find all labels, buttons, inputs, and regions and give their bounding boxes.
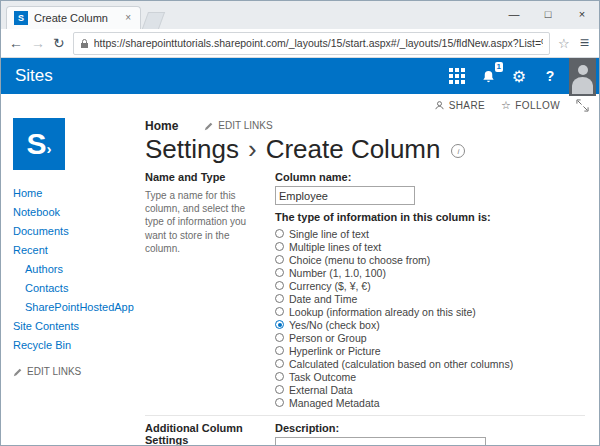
logo-letter: S	[26, 129, 46, 159]
description-textarea[interactable]	[275, 437, 486, 445]
browser-tab[interactable]: S Create Column ×	[6, 6, 141, 29]
section-description: Type a name for this column, and select …	[145, 189, 263, 255]
follow-button[interactable]: ☆ FOLLOW	[501, 99, 560, 112]
breadcrumb-home-link[interactable]: Home	[145, 119, 178, 133]
additional-settings-right: Description: Default value:	[275, 422, 585, 445]
sidebar-item-sharepointhostedapp[interactable]: SharePointHostedApp	[13, 297, 135, 316]
radio-option-label: Person or Group	[289, 332, 367, 344]
radio-option-label: Hyperlink or Picture	[289, 345, 381, 357]
minimize-button[interactable]: —	[497, 1, 531, 27]
suite-icons: 1 ⚙ ?	[444, 63, 563, 89]
column-type-option-date-and-time[interactable]: Date and Time	[275, 292, 585, 305]
help-icon[interactable]: ?	[537, 63, 563, 89]
column-type-option-lookup-information-already-on-this-site[interactable]: Lookup (information already on this site…	[275, 305, 585, 318]
suite-bar: Sites 1 ⚙ ?	[1, 58, 599, 94]
column-type-option-managed-metadata[interactable]: Managed Metadata	[275, 396, 585, 409]
sidebar-item-site-contents[interactable]: Site Contents	[13, 316, 135, 335]
radio-icon[interactable]	[275, 281, 284, 290]
main-edit-links[interactable]: EDIT LINKS	[204, 120, 272, 131]
notifications-bell-icon[interactable]: 1	[475, 63, 501, 89]
radio-icon[interactable]	[275, 229, 284, 238]
sidebar-item-contacts[interactable]: Contacts	[13, 278, 135, 297]
page-command-row: SHARE ☆ FOLLOW	[1, 94, 599, 116]
sidebar-edit-links[interactable]: EDIT LINKS	[13, 366, 135, 377]
sidebar-item-authors[interactable]: Authors	[13, 259, 135, 278]
browser-menu-icon[interactable]: ≡	[578, 35, 591, 51]
radio-icon[interactable]	[275, 333, 284, 342]
description-label: Description:	[275, 422, 585, 434]
column-name-input[interactable]	[275, 186, 415, 205]
favorites-star-icon[interactable]: ☆	[558, 37, 570, 50]
radio-icon[interactable]	[275, 268, 284, 277]
radio-icon[interactable]	[275, 294, 284, 303]
column-type-option-number-1-1-0-100[interactable]: Number (1, 1.0, 100)	[275, 266, 585, 279]
radio-icon[interactable]	[275, 359, 284, 368]
column-type-option-choice-menu-to-choose-from[interactable]: Choice (menu to choose from)	[275, 253, 585, 266]
logo-chevron-icon: ›	[47, 140, 52, 157]
radio-icon[interactable]	[275, 242, 284, 251]
focus-on-content-button[interactable]	[576, 99, 589, 112]
create-column-form: Name and Type Type a name for this colum…	[145, 171, 585, 445]
focus-icon	[576, 99, 589, 112]
new-tab-button[interactable]	[142, 12, 165, 29]
column-type-option-yes-no-check-box[interactable]: Yes/No (check box)	[275, 318, 585, 331]
lock-icon	[80, 38, 89, 49]
browser-window: S Create Column × — □ × ← → ↻ https://sh…	[0, 0, 600, 446]
radio-icon[interactable]	[275, 385, 284, 394]
title-separator: ›	[248, 134, 257, 165]
column-type-option-person-or-group[interactable]: Person or Group	[275, 331, 585, 344]
radio-icon[interactable]	[275, 255, 284, 264]
section-heading: Additional Column Settings	[145, 422, 263, 445]
breadcrumb: Home EDIT LINKS	[145, 118, 585, 133]
column-type-option-calculated-calculation-based-on-other-columns[interactable]: Calculated (calculation based on other c…	[275, 357, 585, 370]
column-type-option-single-line-of-text[interactable]: Single line of text	[275, 227, 585, 240]
app-launcher-icon[interactable]	[444, 63, 470, 89]
url-text: https://sharepointtutorials.sharepoint.c…	[94, 37, 543, 49]
name-and-type-left: Name and Type Type a name for this colum…	[145, 171, 263, 409]
radio-option-label: Multiple lines of text	[289, 241, 381, 253]
radio-icon[interactable]	[275, 372, 284, 381]
maximize-button[interactable]: □	[531, 1, 565, 27]
forward-icon[interactable]: →	[31, 36, 45, 50]
settings-gear-icon[interactable]: ⚙	[506, 63, 532, 89]
radio-option-label: Managed Metadata	[289, 397, 379, 409]
share-label: SHARE	[449, 100, 485, 111]
sidebar-item-recycle-bin[interactable]: Recycle Bin	[13, 335, 135, 354]
suite-brand[interactable]: Sites	[15, 66, 53, 86]
sidebar-item-recent[interactable]: Recent	[13, 240, 135, 259]
additional-settings-left: Additional Column Settings Specify detai…	[145, 422, 263, 445]
sharepoint-favicon-icon: S	[14, 11, 28, 25]
info-icon[interactable]: i	[451, 144, 465, 158]
share-button[interactable]: SHARE	[434, 100, 485, 111]
sidebar-nav: HomeNotebookDocumentsRecentAuthorsContac…	[13, 183, 135, 354]
back-icon[interactable]: ←	[9, 36, 23, 50]
radio-option-label: Single line of text	[289, 228, 369, 240]
radio-selected-icon[interactable]	[275, 320, 284, 329]
radio-icon[interactable]	[275, 307, 284, 316]
user-avatar[interactable]	[569, 58, 596, 96]
page-title: Settings › Create Column i	[145, 135, 585, 163]
tab-close-icon[interactable]: ×	[123, 12, 133, 24]
sharepoint-logo[interactable]: S ›	[13, 118, 65, 170]
notification-badge: 1	[495, 62, 503, 72]
address-bar[interactable]: https://sharepointtutorials.sharepoint.c…	[73, 32, 550, 55]
additional-settings-section: Additional Column Settings Specify detai…	[145, 415, 585, 445]
radio-icon[interactable]	[275, 346, 284, 355]
column-type-option-external-data[interactable]: External Data	[275, 383, 585, 396]
sidebar-item-documents[interactable]: Documents	[13, 221, 135, 240]
column-type-option-multiple-lines-of-text[interactable]: Multiple lines of text	[275, 240, 585, 253]
column-type-option-task-outcome[interactable]: Task Outcome	[275, 370, 585, 383]
grid-icon	[449, 68, 465, 84]
column-type-option-hyperlink-or-picture[interactable]: Hyperlink or Picture	[275, 344, 585, 357]
sidebar-item-notebook[interactable]: Notebook	[13, 202, 135, 221]
window-controls: — □ ×	[497, 1, 599, 27]
follow-star-icon: ☆	[501, 99, 511, 112]
refresh-icon[interactable]: ↻	[53, 36, 65, 50]
column-type-option-currency[interactable]: Currency ($, ¥, €)	[275, 279, 585, 292]
column-name-label: Column name:	[275, 171, 585, 183]
radio-option-label: Calculated (calculation based on other c…	[289, 358, 513, 370]
radio-icon[interactable]	[275, 398, 284, 407]
sidebar-item-home[interactable]: Home	[13, 183, 135, 202]
radio-option-label: Task Outcome	[289, 371, 356, 383]
close-button[interactable]: ×	[565, 1, 599, 27]
